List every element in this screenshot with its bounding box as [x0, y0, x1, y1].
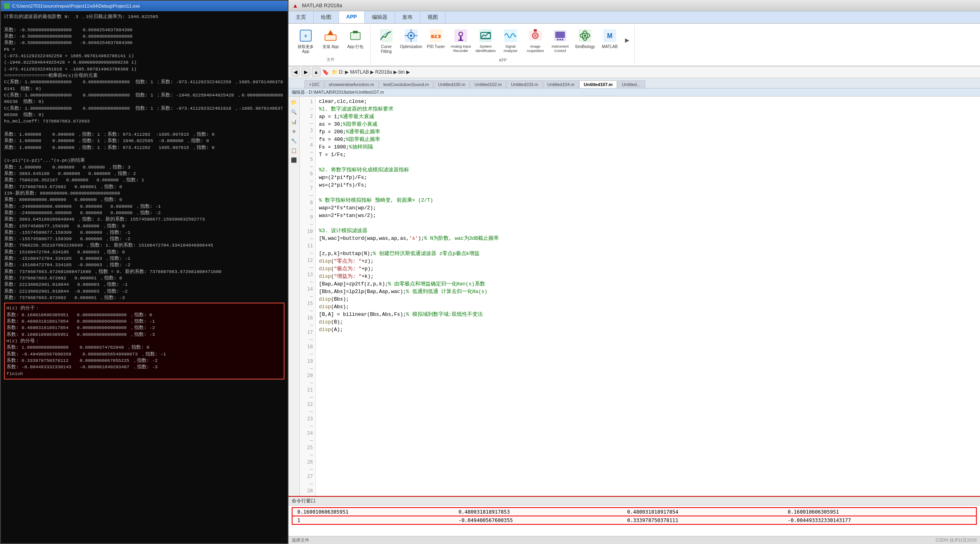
tab-show[interactable]: showwindowfunction.m	[325, 80, 379, 88]
code-line-9	[319, 159, 977, 167]
code-line-29: [B,A] = bilinear(Bbs,Abs,Fs); % 模拟域到数字域:…	[319, 311, 977, 319]
code-line-14: % 数字指标转模拟指标 预畸变, 前面乘× (2/T)	[319, 197, 977, 205]
ribbon-group-app: Curve Fitting	[371, 25, 635, 64]
tab-app[interactable]: APP	[339, 11, 365, 23]
tab-test[interactable]: testCovolutionSound.m	[379, 80, 434, 88]
bottom-bar: 选择文件 CSDN 技术社区2016	[288, 536, 980, 544]
code-line-17	[319, 220, 977, 227]
cmd-cell-1-1: 0.160010606305951	[292, 508, 454, 516]
svg-rect-2	[325, 35, 336, 40]
analog-input-button[interactable]: Analog Input Recorder	[449, 26, 472, 54]
tab-u107[interactable]: Untitled107.m	[579, 80, 617, 88]
matlab-more-button[interactable]: M MATLAB	[598, 26, 621, 53]
sidebar-tool-5[interactable]: 🔧	[290, 137, 298, 145]
nav-back-button[interactable]: ◀	[291, 68, 300, 76]
code-line-30: disp(B);	[319, 319, 977, 326]
tab-u102[interactable]: Untitled102.m	[470, 80, 506, 88]
cmd-cell-2-4: -0.004493332330143177	[783, 516, 976, 524]
tab-home[interactable]: 主页	[288, 11, 314, 23]
tab-u103[interactable]: Untitled103.m	[506, 80, 542, 88]
watermark: CSDN 技术社区2016	[936, 537, 977, 543]
console-titlebar: C:\Users\27531\source\repos\Project11\x6…	[1, 1, 288, 11]
pid-tuner-button[interactable]: PID PID Tuner	[424, 26, 448, 53]
code-line-25: [Bap,Aap]=zp2tf(z,p,k);% 由零极点和增益确定归一化Han…	[319, 281, 977, 288]
tab-u100[interactable]: Untitled100.m	[434, 80, 470, 88]
code-line-16: was=2*Fs*tan(ws/2);	[319, 212, 977, 220]
sidebar-tool-1[interactable]: 📁	[290, 98, 298, 107]
sidebar-tool-4[interactable]: ⚙️	[290, 127, 298, 136]
command-window-content: 0.160010606305951 0.480031818917853 0.48…	[288, 506, 980, 536]
command-window: 命令行窗口 0.160010606305951 0.48003181891785…	[288, 496, 980, 536]
tab-editor[interactable]: 编辑器	[365, 11, 395, 23]
instrument-control-button[interactable]: Instrument Control	[548, 26, 572, 54]
console-highlight-box: H(z) 的分子： 系数: 0.160010606305951 0.000000…	[4, 303, 284, 379]
editor-title: 编辑器 - D:\MATLAB\R2018a\bin\Untitled107.m	[292, 90, 384, 94]
install-app-button[interactable]: 安装 App	[319, 26, 342, 53]
select-file-label: 选择文件	[292, 537, 309, 543]
matlab-more-icon: M	[602, 28, 617, 43]
console-text: 计算出的滤波器的最低阶数 N: 3 ，3分贝截止频率为: 1946.822585…	[4, 14, 284, 301]
file-group-label: 文件	[327, 56, 335, 62]
code-line-31: disp(A);	[319, 326, 977, 334]
cmd-row-2: 1 -0.049400567600355 0.333978750378111 -…	[292, 516, 976, 524]
tab-more[interactable]: Untitled...	[617, 80, 645, 88]
pid-tuner-icon: PID	[428, 28, 444, 43]
more-apps-expand-icon: ▶	[625, 37, 629, 43]
tab-publish[interactable]: 发布	[395, 11, 420, 23]
get-more-apps-label: 获取更多 App	[295, 44, 316, 54]
sidebar-tool-2[interactable]: 🔍	[290, 108, 298, 116]
svg-rect-33	[555, 32, 565, 38]
code-content[interactable]: clear,clc,close; %1. 数字滤波器的技术指标要求 ap = 1…	[316, 96, 980, 496]
simbiology-button[interactable]: SimBiology	[573, 26, 597, 53]
nav-forward-button[interactable]: ▶	[301, 68, 310, 76]
svg-point-9	[410, 34, 412, 37]
app-package-icon	[348, 28, 363, 43]
ribbon-tabs: 主页 绘图 APP 编辑器 发布 视图	[288, 11, 980, 24]
signal-analyzer-label: Signal Analyzer	[500, 44, 521, 53]
tab-view[interactable]: 视图	[420, 11, 446, 23]
app-group-label: APP	[499, 57, 507, 62]
code-line-18: %3. 设计模拟滤波器	[319, 227, 977, 235]
more-apps-expand-button[interactable]: ▶	[623, 26, 631, 53]
code-line-21: [z,p,k]=buttap(N);% 创建巴特沃斯低通滤波器 z零点p极点k增…	[319, 250, 977, 258]
simbiology-label: SimBiology	[575, 44, 595, 49]
curve-fitting-label: Curve Fitting	[376, 44, 397, 54]
code-line-4: as = 30;%阻带最小衰减	[319, 121, 977, 128]
optimization-button[interactable]: Optimization	[399, 26, 423, 53]
svg-text:+: +	[304, 32, 307, 39]
editor-tabs: +10C showwindowfunction.m testCovolution…	[288, 78, 980, 88]
image-acquisition-button[interactable]: Image Acquisition	[524, 26, 547, 54]
signal-analyzer-button[interactable]: Signal Analyzer	[499, 26, 522, 54]
svg-marker-3	[328, 30, 333, 35]
code-line-15: wap=2*Fs*tan(wp/2);	[319, 205, 977, 212]
nav-up-button[interactable]: ▲	[312, 68, 321, 76]
sidebar-tool-3[interactable]: 📊	[290, 117, 298, 126]
app-package-button[interactable]: App 打包	[344, 26, 367, 53]
system-id-icon	[478, 28, 493, 43]
code-line-1: clear,clc,close;	[319, 98, 977, 106]
nav-folder-icon: 📁	[332, 69, 338, 75]
line-numbers: 1— 2— 3— 4— 5— 6— 7— 8— 9— 10— 11— 12— 1…	[300, 96, 316, 496]
code-line-24: disp("增益为: "+k);	[319, 273, 977, 281]
system-id-button[interactable]: System Identification	[474, 26, 497, 54]
matlab-title: MATLAB R2018a	[302, 2, 342, 8]
get-more-apps-button[interactable]: + 获取更多 App	[294, 26, 317, 55]
cmd-cell-1-3: 0.480031818917854	[622, 508, 783, 516]
sidebar-tool-7[interactable]: ⬛	[290, 156, 298, 165]
curve-fitting-button[interactable]: Curve Fitting	[375, 26, 398, 55]
tab-10c[interactable]: +10C	[304, 80, 324, 88]
console-icon	[4, 3, 10, 9]
code-line-28: disp(Abs);	[319, 303, 977, 311]
tab-u104[interactable]: Untitled104.m	[543, 80, 579, 88]
svg-rect-23	[458, 40, 463, 41]
tab-plot[interactable]: 绘图	[314, 11, 339, 23]
app-package-label: App 打包	[347, 44, 364, 49]
install-app-icon	[323, 28, 338, 43]
nav-bookmark-icon: 🔖	[322, 69, 329, 75]
code-line-26: [Bbs,Abs]=lp2lp(Bap,Aap,wac);% 低通到低通 计算去…	[319, 288, 977, 296]
editor-title-bar: 编辑器 - D:\MATLAB\R2018a\bin\Untitled107.m	[288, 88, 980, 96]
nav-path: 🔖 📁 D: ▶ MATLAB ▶ R2018a ▶ bin ▶	[322, 69, 410, 75]
sidebar-tool-6[interactable]: 📋	[290, 146, 298, 155]
code-line-12: ws=(2*pi*fs)/Fs;	[319, 182, 977, 189]
code-line-20	[319, 243, 977, 250]
